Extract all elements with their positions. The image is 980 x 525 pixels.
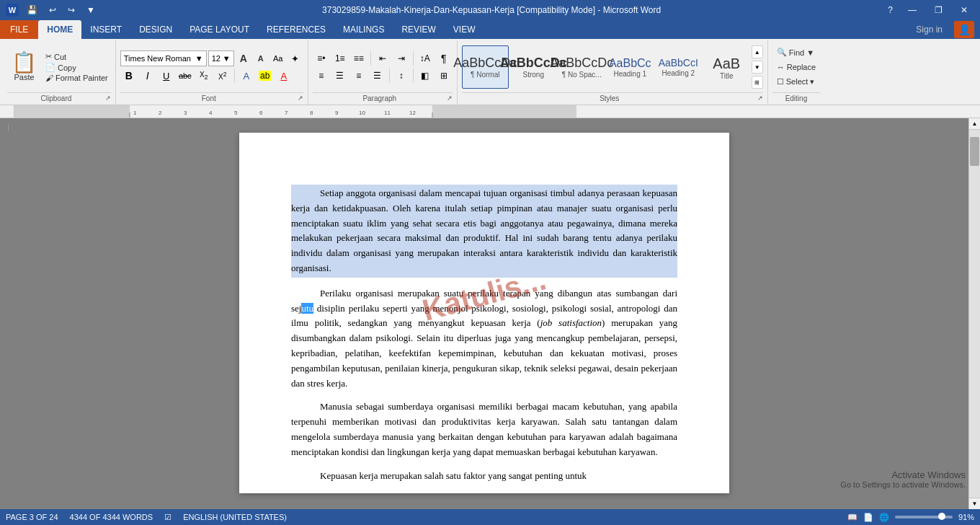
show-hide-btn[interactable]: ¶	[435, 50, 453, 66]
strikethrough-btn[interactable]: abc	[177, 68, 194, 84]
document-text[interactable]: Setiap anggota organisasi dalam mencapai…	[291, 185, 677, 483]
font-grow-btn[interactable]: A	[236, 50, 251, 66]
line-spacing-btn[interactable]: ↕	[393, 68, 410, 84]
font-name-selector[interactable]: Times New Roman ▼	[120, 50, 207, 66]
clipboard-content: 📋 Paste ✂ Cut 📄 Copy 🖌 Format Painter	[7, 42, 111, 92]
document-area: — Katulis... Setiap anggota organisasi d…	[0, 118, 980, 509]
customize-btn[interactable]: ▼	[83, 4, 99, 17]
scroll-up-btn[interactable]: ▲	[969, 118, 980, 130]
restore-btn[interactable]: ❐	[928, 0, 948, 20]
subscript-btn[interactable]: X2	[195, 68, 213, 84]
increase-indent-btn[interactable]: ⇥	[393, 50, 410, 66]
style-heading2-preview: AaBbCcI	[659, 57, 698, 69]
justify-btn[interactable]: ☰	[369, 68, 386, 84]
style-title[interactable]: AaB Title	[703, 45, 750, 89]
paragraph-expand[interactable]: ↗	[447, 94, 453, 102]
font-color-btn[interactable]: A	[275, 68, 293, 84]
tab-design[interactable]: DESIGN	[130, 20, 181, 39]
underline-btn[interactable]: U	[158, 68, 175, 84]
styles-scroll-up[interactable]: ▲	[752, 45, 763, 58]
font-expand[interactable]: ↗	[298, 94, 303, 102]
vertical-scrollbar[interactable]: ▲ ▼	[968, 118, 980, 509]
right-margin-indicator	[954, 118, 968, 509]
paragraph-1[interactable]: Setiap anggota organisasi dalam mencapai…	[291, 185, 677, 278]
align-left-btn[interactable]: ≡	[313, 68, 330, 84]
styles-expand-btn[interactable]: ↗	[757, 94, 763, 102]
bullets-btn[interactable]: ≡•	[313, 50, 330, 66]
title-bar: W 💾 ↩ ↪ ▼ 373029859-Makalah-Kinerja-Dan-…	[0, 0, 980, 20]
copy-icon: 📄	[45, 63, 55, 72]
paragraph-label: Paragraph ↗	[313, 92, 453, 103]
editing-controls: 🔍 Find ▼ ↔ Replace ☐ Select ▾	[772, 46, 820, 88]
highlight-btn[interactable]: ab	[257, 68, 274, 84]
sign-in-btn[interactable]: Sign in	[907, 20, 951, 39]
account-icon: 👤	[958, 24, 971, 35]
sort-btn[interactable]: ↕A	[416, 50, 434, 66]
zoom-slider[interactable]	[895, 516, 953, 519]
tab-view[interactable]: VIEW	[445, 20, 484, 39]
paragraph-2[interactable]: Perilaku organisasi merupakan suatu peri…	[291, 286, 677, 392]
style-no-space[interactable]: AaBbCcDc ¶ No Spac...	[558, 45, 605, 89]
paragraph-4[interactable]: Kepuasan kerja merupakan salah satu fakt…	[291, 469, 677, 484]
text-effect-btn[interactable]: A	[238, 68, 255, 84]
minimize-btn[interactable]: —	[902, 0, 922, 20]
style-title-preview: AaB	[713, 55, 740, 72]
italic-btn[interactable]: I	[139, 68, 156, 84]
help-btn[interactable]: ?	[884, 4, 896, 17]
tab-mailings[interactable]: MAILINGS	[334, 20, 393, 39]
borders-btn[interactable]: ⊞	[435, 68, 453, 84]
cut-button[interactable]: ✂ Cut	[43, 51, 111, 62]
tab-insert[interactable]: INSERT	[81, 20, 130, 39]
read-mode-icon[interactable]: 📖	[847, 513, 858, 522]
align-center-btn[interactable]: ☰	[331, 68, 349, 84]
style-normal-label: ¶ Normal	[471, 71, 499, 79]
undo-btn[interactable]: ↩	[45, 4, 60, 17]
clear-format-btn[interactable]: ✦	[288, 50, 303, 66]
decrease-indent-btn[interactable]: ⇤	[374, 50, 391, 66]
multilevel-btn[interactable]: ≡≡	[350, 50, 368, 66]
redo-btn[interactable]: ↪	[64, 4, 79, 17]
styles-expand[interactable]: ⊞	[752, 76, 763, 89]
web-layout-icon[interactable]: 🌐	[879, 513, 889, 522]
tab-references[interactable]: REFERENCES	[258, 20, 334, 39]
change-case-btn[interactable]: Aa	[270, 50, 286, 66]
format-painter-button[interactable]: 🖌 Format Painter	[43, 73, 111, 83]
tab-home[interactable]: HOME	[38, 20, 81, 39]
strikethrough-icon: abc	[179, 71, 192, 80]
document-page[interactable]: Katulis... Setiap anggota organisasi dal…	[239, 133, 729, 493]
close-btn[interactable]: ✕	[954, 0, 974, 20]
editing-group: 🔍 Find ▼ ↔ Replace ☐ Select ▾ Editing	[768, 40, 824, 105]
align-right-btn[interactable]: ≡	[350, 68, 368, 84]
superscript-btn[interactable]: X2	[214, 68, 231, 84]
scroll-thumb[interactable]	[970, 137, 979, 166]
paragraph-3[interactable]: Manusia sebagai sumberdaya organisasi me…	[291, 400, 677, 459]
font-size-selector[interactable]: 12 ▼	[208, 50, 234, 66]
paste-icon: 📋	[12, 53, 37, 73]
font-content: Times New Roman ▼ 12 ▼ A A Aa ✦ B I U	[120, 42, 303, 92]
style-heading2[interactable]: AaBbCcI Heading 2	[655, 45, 702, 89]
page-container[interactable]: Katulis... Setiap anggota organisasi dal…	[14, 118, 954, 509]
font-shrink-btn[interactable]: A	[253, 50, 269, 66]
select-btn[interactable]: ☐ Select ▾	[772, 76, 820, 88]
bold-btn[interactable]: B	[120, 68, 138, 84]
print-layout-icon[interactable]: 📄	[863, 513, 873, 522]
style-heading1[interactable]: AaBbCc Heading 1	[607, 45, 654, 89]
find-btn[interactable]: 🔍 Find ▼	[772, 46, 820, 58]
tab-review[interactable]: REVIEW	[393, 20, 444, 39]
style-strong-label: Strong	[523, 71, 544, 79]
numbering-btn[interactable]: 1≡	[331, 50, 349, 66]
clipboard-expand[interactable]: ↗	[105, 94, 111, 102]
check-icon: ☑	[164, 513, 172, 522]
grow-icon: A	[240, 53, 247, 64]
quick-save-btn[interactable]: 💾	[23, 4, 41, 17]
copy-button[interactable]: 📄 Copy	[43, 62, 111, 73]
replace-btn[interactable]: ↔ Replace	[772, 61, 820, 73]
shading-btn[interactable]: ◧	[416, 68, 434, 84]
scroll-track[interactable]	[969, 130, 980, 498]
tab-page-layout[interactable]: PAGE LAYOUT	[181, 20, 258, 39]
tab-file[interactable]: FILE	[0, 20, 38, 39]
svg-text:5: 5	[234, 110, 238, 116]
paste-button[interactable]: 📋 Paste	[7, 50, 41, 84]
scroll-down-btn[interactable]: ▼	[969, 498, 980, 509]
styles-scroll-down[interactable]: ▼	[752, 61, 763, 74]
